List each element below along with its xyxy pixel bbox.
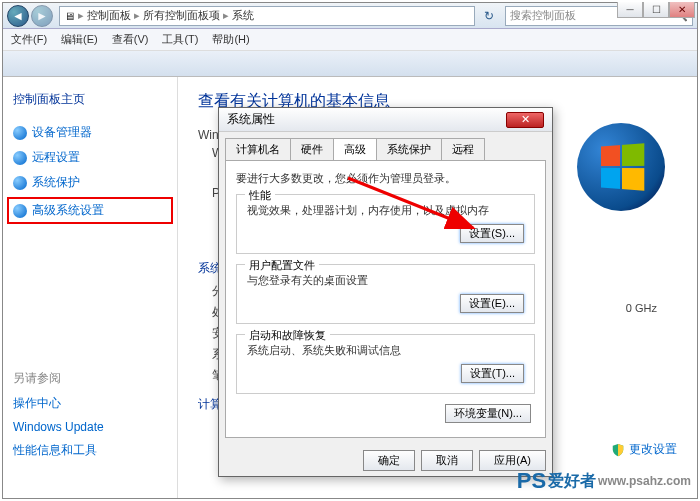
tab-advanced[interactable]: 高级 [333,138,377,160]
menubar: 文件(F) 编辑(E) 查看(V) 工具(T) 帮助(H) [3,29,697,51]
refresh-button[interactable]: ↻ [479,6,499,26]
watermark-url: www.psahz.com [598,474,691,488]
recovery-group: 启动和故障恢复 系统启动、系统失败和调试信息 设置(T)... [236,334,535,394]
group-desc: 与您登录有关的桌面设置 [247,273,524,288]
menu-file[interactable]: 文件(F) [11,32,47,47]
sidebar-label: 设备管理器 [32,124,92,141]
sidebar-item-protection[interactable]: 系统保护 [11,170,169,195]
tab-panel-advanced: 要进行大多数更改，您必须作为管理员登录。 性能 视觉效果，处理器计划，内存使用，… [225,160,546,438]
watermark-text: 爱好者 [548,471,596,492]
dialog-close-button[interactable]: ✕ [506,112,544,128]
group-title: 用户配置文件 [245,258,319,273]
titlebar: ◄ ► 🖥 ▸ 控制面板 ▸ 所有控制面板项 ▸ 系统 ↻ 搜索控制面板 🔍 ─… [3,3,697,29]
ok-button[interactable]: 确定 [363,450,415,471]
search-placeholder: 搜索控制面板 [510,8,576,23]
shield-icon [611,443,625,457]
menu-view[interactable]: 查看(V) [112,32,149,47]
sidebar-item-remote[interactable]: 远程设置 [11,145,169,170]
sidebar-label: 系统保护 [32,174,80,191]
shield-icon [13,151,27,165]
forward-button[interactable]: ► [31,5,53,27]
profile-settings-button[interactable]: 设置(E)... [460,294,524,313]
breadcrumb-item[interactable]: 控制面板 [87,8,131,23]
watermark-ps: PS [517,468,546,494]
dialog-title: 系统属性 [227,111,275,128]
chevron-right-icon: ▸ [131,9,143,22]
perf-settings-button[interactable]: 设置(S)... [460,224,524,243]
sidebar-item-device-manager[interactable]: 设备管理器 [11,120,169,145]
computer-icon: 🖥 [64,10,75,22]
tab-protection[interactable]: 系统保护 [376,138,442,160]
sidebar-home[interactable]: 控制面板主页 [11,87,169,112]
group-title: 性能 [245,188,275,203]
tab-strip: 计算机名 硬件 高级 系统保护 远程 [219,132,552,160]
dialog-titlebar: 系统属性 ✕ [219,108,552,132]
tab-computer-name[interactable]: 计算机名 [225,138,291,160]
see-also-header: 另请参阅 [11,366,169,391]
group-desc: 视觉效果，处理器计划，内存使用，以及虚拟内存 [247,203,524,218]
sidebar: 控制面板主页 设备管理器 远程设置 系统保护 高级系统设置 另请参阅 操作中心 [3,77,178,498]
breadcrumb-item[interactable]: 所有控制面板项 [143,8,220,23]
sidebar-label: 控制面板主页 [13,91,85,108]
group-desc: 系统启动、系统失败和调试信息 [247,343,524,358]
nav-buttons: ◄ ► [7,5,53,27]
back-button[interactable]: ◄ [7,5,29,27]
shield-icon [13,176,27,190]
ghz-text: 0 GHz [626,302,657,314]
chevron-right-icon: ▸ [75,9,87,22]
cancel-button[interactable]: 取消 [421,450,473,471]
change-settings-link[interactable]: 更改设置 [611,441,677,458]
tab-remote[interactable]: 远程 [441,138,485,160]
menu-edit[interactable]: 编辑(E) [61,32,98,47]
watermark: PS 爱好者 www.psahz.com [517,468,691,494]
breadcrumb[interactable]: 🖥 ▸ 控制面板 ▸ 所有控制面板项 ▸ 系统 [59,6,475,26]
sidebar-foot-windows-update[interactable]: Windows Update [11,416,169,438]
sidebar-label: 高级系统设置 [32,202,104,219]
group-title: 启动和故障恢复 [245,328,330,343]
sidebar-label: 远程设置 [32,149,80,166]
breadcrumb-item[interactable]: 系统 [232,8,254,23]
menu-tools[interactable]: 工具(T) [162,32,198,47]
admin-note: 要进行大多数更改，您必须作为管理员登录。 [236,171,535,186]
system-properties-dialog: 系统属性 ✕ 计算机名 硬件 高级 系统保护 远程 要进行大多数更改，您必须作为… [218,107,553,477]
windows-logo [577,123,667,213]
profile-group: 用户配置文件 与您登录有关的桌面设置 设置(E)... [236,264,535,324]
sidebar-item-advanced[interactable]: 高级系统设置 [7,197,173,224]
sidebar-foot-perf[interactable]: 性能信息和工具 [11,438,169,463]
link-label: 更改设置 [629,441,677,458]
shield-icon [13,204,27,218]
minimize-button[interactable]: ─ [617,2,643,18]
performance-group: 性能 视觉效果，处理器计划，内存使用，以及虚拟内存 设置(S)... [236,194,535,254]
dialog-footer: 确定 取消 应用(A) [219,444,552,477]
sidebar-foot-action-center[interactable]: 操作中心 [11,391,169,416]
close-button[interactable]: ✕ [669,2,695,18]
env-vars-button[interactable]: 环境变量(N)... [445,404,531,423]
window-controls: ─ ☐ ✕ [617,2,695,18]
maximize-button[interactable]: ☐ [643,2,669,18]
chevron-right-icon: ▸ [220,9,232,22]
shield-icon [13,126,27,140]
toolbar [3,51,697,77]
explorer-window: ◄ ► 🖥 ▸ 控制面板 ▸ 所有控制面板项 ▸ 系统 ↻ 搜索控制面板 🔍 ─… [2,2,698,499]
menu-help[interactable]: 帮助(H) [212,32,249,47]
recovery-settings-button[interactable]: 设置(T)... [461,364,524,383]
tab-hardware[interactable]: 硬件 [290,138,334,160]
